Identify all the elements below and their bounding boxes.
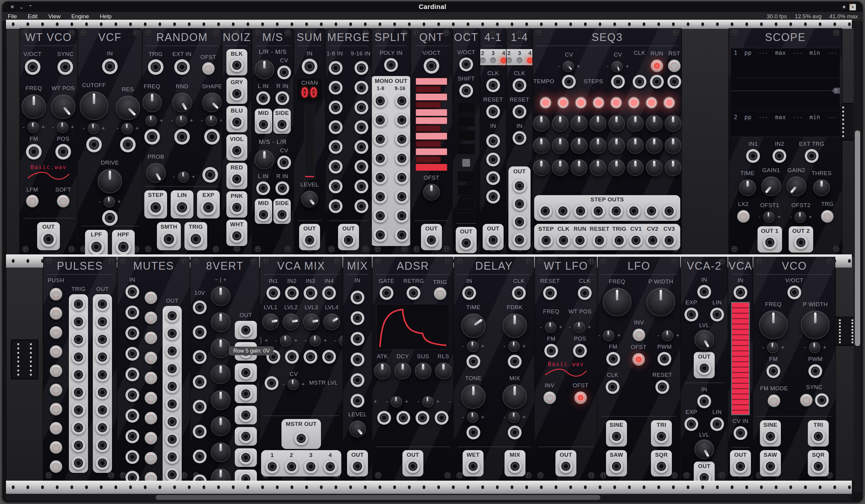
mutes-button-2[interactable] (145, 312, 157, 324)
oct-shift-port[interactable] (459, 84, 473, 97)
lfo-trim-trim[interactable] (662, 330, 673, 341)
merge-in-4-port[interactable] (355, 81, 368, 95)
vca-out-out-port[interactable] (734, 459, 747, 473)
wt-lfo-knob-knob[interactable] (551, 318, 552, 319)
mutes-in-10-port[interactable] (125, 471, 139, 481)
horizontal-scrollbar[interactable] (6, 494, 852, 501)
vcf-knob-knob[interactable] (116, 95, 140, 120)
vca-mix-in4-port[interactable] (322, 286, 336, 300)
seq3-step-led[interactable] (575, 96, 587, 109)
split-out-6-port[interactable] (395, 132, 409, 146)
scope-button-button[interactable] (821, 210, 833, 223)
mutes-strip-5-port[interactable] (165, 379, 179, 393)
pulses-strip-9-port[interactable] (95, 438, 109, 452)
seq3-knob-knob[interactable] (665, 137, 681, 154)
seq3-step-out-3-port[interactable] (574, 204, 587, 218)
mutes-in-7-port[interactable] (125, 409, 139, 423)
vca-mix-knob-knob[interactable] (262, 313, 279, 330)
adsr-cv-port[interactable] (435, 411, 449, 425)
scope-trigger-line[interactable]: T (731, 91, 840, 91)
pulses-strip-6-port[interactable] (95, 386, 109, 399)
qnt-key-1[interactable] (416, 78, 447, 85)
random-knob-knob[interactable] (146, 163, 166, 183)
ms-side-out-port[interactable] (275, 208, 289, 222)
scope-in1-port[interactable] (746, 149, 760, 163)
8vert-in-8-port[interactable] (193, 474, 207, 481)
seq3-cv3-port[interactable] (662, 233, 676, 247)
wt-lfo-trim-trim[interactable] (545, 321, 556, 333)
qnt-key-11[interactable] (416, 156, 441, 163)
vca-mix-cv-port[interactable] (322, 350, 336, 364)
vca-mix-1-port[interactable] (265, 460, 279, 473)
mutes-button-9[interactable] (145, 452, 157, 465)
mutes-strip-10-port[interactable] (165, 468, 179, 481)
vcf-trim-trim[interactable] (88, 123, 99, 134)
oct-oct-cursor[interactable] (462, 159, 470, 167)
mix-in-3-port[interactable] (350, 332, 365, 346)
vca-mix-trim-trim[interactable] (280, 335, 291, 346)
seq3-step-out-1-port[interactable] (538, 204, 552, 218)
seq3-cv2-port[interactable] (646, 233, 660, 247)
pulses-strip-2-port[interactable] (71, 315, 85, 329)
scope-knob-knob[interactable] (739, 179, 756, 196)
scope-trim-trim[interactable] (763, 211, 775, 223)
scope-trigger-handle[interactable]: T (832, 88, 840, 94)
split-out-2-port[interactable] (395, 94, 409, 108)
mix-in-6-port[interactable] (350, 394, 365, 408)
split-out-13-port[interactable] (373, 209, 387, 223)
seq3-button-button[interactable] (668, 60, 681, 72)
pulses-strip-1-port[interactable] (95, 297, 109, 311)
random-cv-port[interactable] (174, 129, 190, 144)
group-4-1-reset-port[interactable] (486, 105, 500, 118)
pulses-strip-9-port[interactable] (71, 438, 85, 452)
seq3-trim-trim[interactable] (563, 61, 574, 72)
mix-in-2-port[interactable] (350, 311, 365, 325)
vca-mix-cv-port[interactable] (265, 376, 278, 390)
seq3-cv-port[interactable] (650, 75, 664, 89)
wt-lfo-trim-trim[interactable] (574, 321, 585, 333)
group-4-1-out-out-port[interactable] (486, 233, 500, 247)
8vert-in-4-port[interactable] (193, 375, 207, 389)
seq3-step-out-5-port[interactable] (609, 204, 623, 218)
split-out-9-port[interactable] (373, 171, 387, 184)
split-out-14-port[interactable] (395, 209, 409, 223)
adsr-cv-port[interactable] (377, 411, 391, 425)
mutes-in-4-port[interactable] (125, 347, 139, 361)
vco-knob-knob[interactable] (801, 310, 830, 339)
noiz-red-out-port[interactable] (230, 172, 244, 186)
pulses-strip-1-port[interactable] (71, 297, 85, 311)
vca-2-out-out-port[interactable] (697, 471, 711, 481)
group-1-4-out-2-port[interactable] (512, 197, 526, 211)
qnt-key-3[interactable] (416, 93, 447, 101)
vca-mix-out-1-port[interactable] (294, 432, 308, 445)
oct-oct-cell-6[interactable] (457, 185, 475, 196)
vca-mix-trim-trim[interactable] (310, 335, 321, 346)
qnt-key-12[interactable] (416, 164, 447, 171)
seq3-knob-knob[interactable] (552, 115, 568, 132)
seq3-trig-port[interactable] (612, 233, 626, 247)
lfo-button-button[interactable] (633, 329, 645, 341)
8vert-out-4-port[interactable] (239, 387, 253, 401)
ms-l-in-port[interactable] (256, 181, 270, 195)
merge-out-out-port[interactable] (342, 233, 355, 247)
split-out-12-port[interactable] (395, 190, 409, 203)
delay-in-port[interactable] (462, 286, 476, 300)
vca-mix-in2-port[interactable] (285, 286, 299, 300)
mutes-in-3-port[interactable] (125, 326, 139, 340)
oct-oct-cell-2[interactable] (457, 116, 475, 127)
group-1-4-out-3-port[interactable] (512, 215, 526, 228)
mutes-button-10[interactable] (145, 472, 157, 481)
vca-mix-knob-knob[interactable] (282, 313, 299, 330)
8vert-in-1-port[interactable] (193, 301, 207, 314)
mutes-in-6-port[interactable] (125, 388, 139, 402)
vca-mix-knob-knob[interactable] (323, 313, 340, 330)
qnt-key-2[interactable] (416, 86, 441, 93)
adsr-gate-port[interactable] (380, 286, 393, 300)
qnt-key-9[interactable] (416, 141, 441, 147)
seq3-knob-knob[interactable] (608, 159, 625, 176)
wt-vco-trim-trim[interactable] (27, 121, 39, 133)
vcf-knob-knob[interactable] (97, 169, 122, 194)
pulses-button-10[interactable] (50, 460, 62, 473)
vco-button-button[interactable] (800, 394, 812, 407)
vca-mix-trim-trim[interactable] (339, 335, 343, 346)
